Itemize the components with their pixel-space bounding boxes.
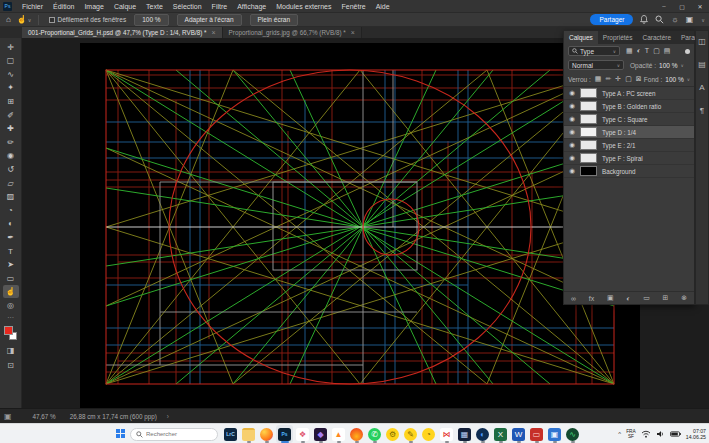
menu-item-affichage[interactable]: Affichage xyxy=(232,0,271,13)
chevron-down-icon[interactable]: ∨ xyxy=(28,17,32,23)
taskbar-search[interactable] xyxy=(130,428,218,441)
layer-effects-icon[interactable]: fx xyxy=(589,295,594,302)
layer-row[interactable]: ◉Type F : Spiral xyxy=(564,152,694,165)
tab-close-icon[interactable]: × xyxy=(211,29,215,36)
home-icon[interactable]: ⌂ xyxy=(6,13,11,27)
taskbar-app-flame-app[interactable] xyxy=(348,425,365,443)
pen-tool-icon[interactable]: ✒ xyxy=(3,231,19,244)
tray-expand-icon[interactable]: ^ xyxy=(618,431,621,437)
layer-row[interactable]: ◉Type B : Golden ratio xyxy=(564,100,694,113)
workspace-icon[interactable]: ▣ xyxy=(686,15,694,24)
filter-pixel-icon[interactable]: ▦ xyxy=(626,47,633,55)
filter-toggle-icon[interactable] xyxy=(685,49,690,54)
history-brush-tool-icon[interactable]: ↺ xyxy=(3,163,19,176)
path-selection-tool-icon[interactable]: ➤ xyxy=(3,258,19,271)
color-swatches[interactable] xyxy=(3,326,19,342)
tab-close-icon[interactable]: × xyxy=(351,29,355,36)
shape-tool-icon[interactable]: ▭ xyxy=(3,272,19,285)
language-indicator[interactable]: FRA SF xyxy=(626,429,636,439)
visibility-eye-icon[interactable]: ◉ xyxy=(567,154,577,162)
lasso-tool-icon[interactable]: ∿ xyxy=(3,68,19,81)
taskbar-app-green-app[interactable]: ∿ xyxy=(564,425,581,443)
menu-item-image[interactable]: Image xyxy=(79,0,108,13)
taskbar-app-vlc[interactable]: ▲ xyxy=(330,425,347,443)
layer-thumbnail[interactable] xyxy=(580,153,597,163)
minimize-button[interactable]: – xyxy=(655,0,673,13)
menu-item-fichier[interactable]: Fichier xyxy=(17,0,48,13)
layer-thumbnail[interactable] xyxy=(580,127,597,137)
full-screen-button[interactable]: Plein écran xyxy=(250,14,299,26)
taskbar-app-yellow-app-2[interactable]: ✎ xyxy=(402,425,419,443)
taskbar-app-navy-app[interactable]: ◐ xyxy=(474,425,491,443)
layer-mask-icon[interactable]: ▣ xyxy=(607,294,614,302)
taskbar-app-acrobat[interactable]: ⋈ xyxy=(438,425,455,443)
panel-tab-caract-re[interactable]: Caractère xyxy=(637,31,676,44)
menu-item-texte[interactable]: Texte xyxy=(141,0,168,13)
taskbar-app-excel[interactable]: X xyxy=(492,425,509,443)
move-tool-icon[interactable]: ✛ xyxy=(3,41,19,54)
blend-mode-select[interactable]: Normal ∨ xyxy=(568,60,624,70)
speaker-icon[interactable] xyxy=(656,430,665,438)
layer-thumbnail[interactable] xyxy=(580,88,597,98)
edit-toolbar-icon[interactable]: ⋯ xyxy=(7,314,14,322)
learn-icon[interactable]: ☼ xyxy=(671,15,678,24)
document-tab[interactable]: Proportional_grids.jpg @ 66,7% (RVB/8) *… xyxy=(223,27,362,38)
hand-tool-icon[interactable]: ☝ xyxy=(17,13,27,27)
share-button[interactable]: Partager xyxy=(590,14,633,25)
menu-item-modules-externes[interactable]: Modules externes xyxy=(271,0,336,13)
lock-transparency-icon[interactable]: ▦ xyxy=(595,75,602,83)
start-button[interactable] xyxy=(116,429,126,439)
menu-item-calque[interactable]: Calque xyxy=(109,0,141,13)
canvas-image[interactable] xyxy=(80,43,640,408)
zoom-100-button[interactable]: 100 % xyxy=(134,14,168,26)
screen-mode-icon[interactable]: ⊡ xyxy=(3,360,19,372)
lock-all-icon[interactable]: ⊠ xyxy=(636,75,642,83)
layer-row[interactable]: ◉Background xyxy=(564,165,694,178)
brush-tool-icon[interactable]: ✏ xyxy=(3,136,19,149)
wifi-icon[interactable] xyxy=(641,430,651,438)
taskbar-app-yellow-app-1[interactable]: ⚙ xyxy=(384,425,401,443)
layer-group-icon[interactable]: ▭ xyxy=(643,294,650,302)
chevron-down-icon[interactable]: ∨ xyxy=(687,77,690,82)
taskbar-app-red-app[interactable]: ▭ xyxy=(528,425,545,443)
visibility-eye-icon[interactable]: ◉ xyxy=(567,89,577,97)
lock-position-icon[interactable]: ✛ xyxy=(615,75,621,83)
delete-layer-icon[interactable]: ⊗ xyxy=(681,294,687,302)
screen-mode-icon[interactable]: ▣ xyxy=(4,412,12,421)
menu-item--dition[interactable]: Édition xyxy=(48,0,79,13)
lock-pixels-icon[interactable]: ✏ xyxy=(605,75,611,83)
taskbar-app-explorer[interactable] xyxy=(240,425,257,443)
new-layer-icon[interactable]: ⊞ xyxy=(663,294,669,302)
layer-thumbnail[interactable] xyxy=(580,140,597,150)
layer-row[interactable]: ◉Type A : PC screen xyxy=(564,87,694,100)
taskbar-app-lightroom[interactable]: LrC xyxy=(222,425,239,443)
quick-selection-tool-icon[interactable]: ✦ xyxy=(3,81,19,94)
lock-artboard-icon[interactable]: ▢ xyxy=(625,75,632,83)
maximize-button[interactable]: ▢ xyxy=(673,0,691,13)
panel-history-icon[interactable]: ◫ xyxy=(698,37,706,46)
chevron-down-icon[interactable]: ∨ xyxy=(680,63,683,68)
taskbar-app-blue-app[interactable]: ▣ xyxy=(546,425,563,443)
taskbar-app-purple-app[interactable]: ◆ xyxy=(312,425,329,443)
filter-adjustment-icon[interactable]: ◐ xyxy=(637,47,641,55)
layer-thumbnail[interactable] xyxy=(580,114,597,124)
status-menu-icon[interactable]: › xyxy=(167,413,169,420)
clock[interactable]: 07:07 14.06.25 xyxy=(686,428,706,440)
visibility-eye-icon[interactable]: ◉ xyxy=(567,141,577,149)
panel-paragraph-icon[interactable]: ¶ xyxy=(700,106,704,115)
clone-stamp-tool-icon[interactable]: ◉ xyxy=(3,149,19,162)
close-button[interactable]: ✕ xyxy=(691,0,709,13)
dodge-tool-icon[interactable]: ◐ xyxy=(3,217,19,230)
filter-shape-icon[interactable]: ▢ xyxy=(653,47,660,55)
panel-swatches-icon[interactable]: ▤ xyxy=(698,60,706,69)
visibility-eye-icon[interactable]: ◉ xyxy=(567,128,577,136)
taskbar-app-whatsapp[interactable]: ✆ xyxy=(366,425,383,443)
menu-item-aide[interactable]: Aide xyxy=(371,0,395,13)
layer-thumbnail[interactable] xyxy=(580,166,597,176)
scroll-all-windows-checkbox[interactable] xyxy=(49,17,55,23)
battery-icon[interactable] xyxy=(670,431,681,437)
filter-type-icon[interactable]: T xyxy=(645,47,649,55)
search-input[interactable] xyxy=(146,431,210,437)
foreground-color-swatch[interactable] xyxy=(4,326,13,335)
hand-tool-icon[interactable]: ☝ xyxy=(3,285,19,298)
